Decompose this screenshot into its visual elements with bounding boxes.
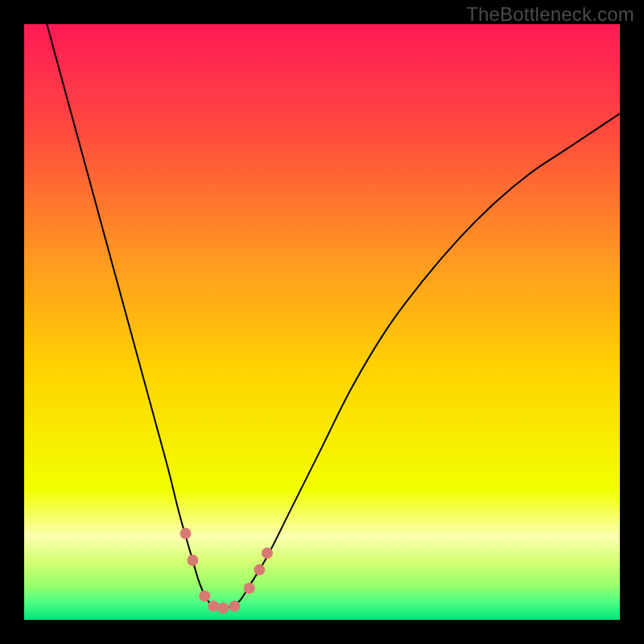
marker-dot xyxy=(229,601,240,612)
marker-dot xyxy=(199,590,210,601)
plot-area xyxy=(24,24,620,620)
watermark-text: TheBottleneck.com xyxy=(466,3,634,26)
marker-dot xyxy=(244,583,255,594)
marker-dot xyxy=(217,602,229,613)
marker-dot xyxy=(180,528,192,539)
marker-dot xyxy=(208,601,219,612)
chart-frame: TheBottleneck.com xyxy=(0,0,644,644)
gradient-background xyxy=(24,24,620,620)
marker-dot xyxy=(254,564,265,576)
marker-dot xyxy=(187,555,198,566)
chart-svg xyxy=(24,24,620,620)
marker-dot xyxy=(262,547,273,559)
